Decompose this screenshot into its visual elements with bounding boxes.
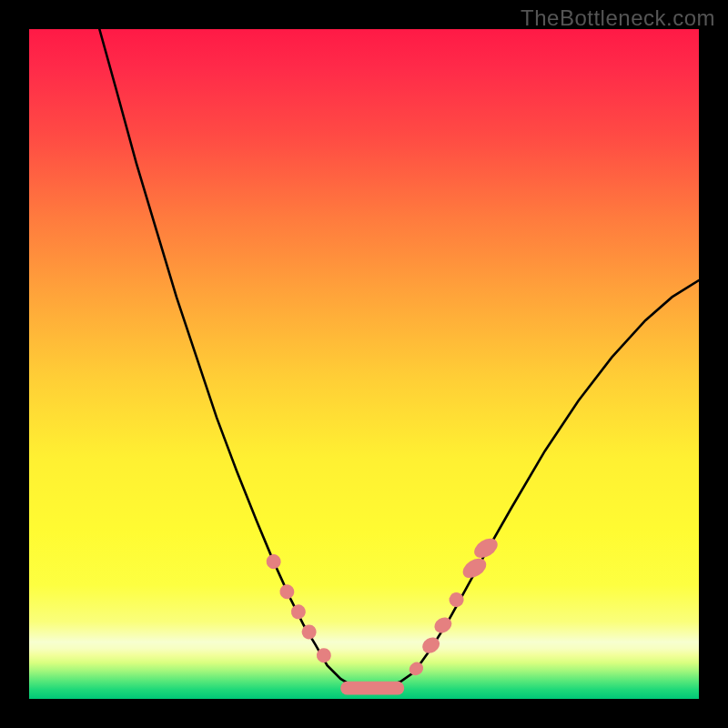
curve-marker <box>460 554 490 581</box>
curve-marker <box>264 551 284 571</box>
markers-left-group <box>264 551 334 665</box>
watermark-text: TheBottleneck.com <box>521 5 715 31</box>
bottleneck-curve-layer <box>29 29 699 699</box>
curve-marker <box>278 581 298 602</box>
curve-right-branch <box>368 280 699 689</box>
plot-area <box>29 29 699 699</box>
curve-marker <box>470 534 500 561</box>
chart-frame: TheBottleneck.com <box>0 0 728 728</box>
curve-left-branch <box>99 29 367 689</box>
curve-marker <box>299 622 319 642</box>
curve-marker <box>288 602 308 622</box>
markers-right-group <box>407 534 501 678</box>
valley-marker-bar <box>340 682 404 695</box>
